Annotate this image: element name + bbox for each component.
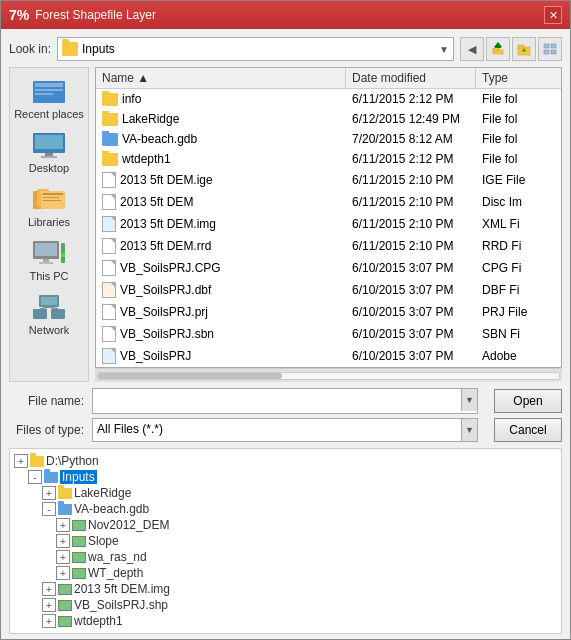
tree-raster-icon <box>72 568 86 579</box>
look-in-arrow-icon: ▼ <box>439 44 449 55</box>
table-row[interactable]: VB_SoilsPRJ.CPG 6/10/2015 3:07 PM CPG Fi <box>96 257 561 279</box>
tree-expand-icon[interactable]: + <box>56 566 70 580</box>
tree-item[interactable]: +wtdepth1 <box>42 613 557 629</box>
table-row[interactable]: VB_SoilsPRJ 6/10/2015 3:07 PM Adobe <box>96 345 561 367</box>
svg-marker-2 <box>494 42 502 48</box>
look-in-value: Inputs <box>82 42 435 56</box>
file-type-cell: Disc Im <box>476 194 561 210</box>
toolbar-buttons: ◀ + <box>460 37 562 61</box>
look-in-combo[interactable]: Inputs ▼ <box>57 37 454 61</box>
file-name-cell: VA-beach.gdb <box>96 131 346 147</box>
file-icon <box>102 260 116 276</box>
file-name-text: LakeRidge <box>122 112 179 126</box>
tree-item[interactable]: +wa_ras_nd <box>56 549 557 565</box>
up-button[interactable] <box>486 37 510 61</box>
tree-item[interactable]: +Nov2012_DEM <box>56 517 557 533</box>
tree-item[interactable]: +LakeRidge <box>42 485 557 501</box>
files-of-type-dropdown[interactable]: ▼ <box>461 419 477 441</box>
table-row[interactable]: LakeRidge 6/12/2015 12:49 PM File fol <box>96 109 561 129</box>
file-name-cell: VB_SoilsPRJ.dbf <box>96 281 346 299</box>
tree-item[interactable]: -VA-beach.gdb <box>42 501 557 517</box>
horizontal-scrollbar[interactable] <box>95 368 562 382</box>
table-row[interactable]: 2013 5ft DEM.rrd 6/11/2015 2:10 PM RRD F… <box>96 235 561 257</box>
cancel-button[interactable]: Cancel <box>494 418 562 442</box>
tree-expand-icon[interactable]: + <box>42 486 56 500</box>
sidebar-item-desktop-label: Desktop <box>29 162 69 174</box>
tree-item[interactable]: +VB_SoilsPRJ.shp <box>42 597 557 613</box>
tree-gdb-icon <box>58 504 72 515</box>
file-name-dropdown[interactable]: ▼ <box>461 389 477 411</box>
table-row[interactable]: VA-beach.gdb 7/20/2015 8:12 AM File fol <box>96 129 561 149</box>
this-pc-icon <box>31 238 67 268</box>
file-type-cell: DBF Fi <box>476 282 561 298</box>
app-icon: 7% <box>9 7 29 23</box>
tree-expand-icon[interactable]: + <box>56 550 70 564</box>
tree-item-label: Nov2012_DEM <box>88 518 169 532</box>
tree-item[interactable]: +2013 5ft DEM.img <box>42 581 557 597</box>
table-row[interactable]: wtdepth1 6/11/2015 2:12 PM File fol <box>96 149 561 169</box>
file-name-cell: VB_SoilsPRJ.CPG <box>96 259 346 277</box>
tree-expand-icon[interactable]: - <box>42 502 56 516</box>
table-row[interactable]: VB_SoilsPRJ.prj 6/10/2015 3:07 PM PRJ Fi… <box>96 301 561 323</box>
file-date-cell: 6/10/2015 3:07 PM <box>346 260 476 276</box>
file-date-cell: 6/11/2015 2:12 PM <box>346 91 476 107</box>
create-folder-button[interactable]: + <box>512 37 536 61</box>
file-name-text: VB_SoilsPRJ <box>120 349 191 363</box>
tree-item[interactable]: +WT_depth <box>56 565 557 581</box>
folder-icon <box>102 93 118 106</box>
tree-item[interactable]: +Slope <box>56 533 557 549</box>
tree-raster-icon <box>72 520 86 531</box>
tree-expand-icon[interactable]: - <box>28 470 42 484</box>
file-name-input-wrapper: ▼ <box>92 388 478 414</box>
tree-item[interactable]: -Inputs <box>28 469 557 485</box>
tree-raster-icon <box>58 584 72 595</box>
file-type-cell: RRD Fi <box>476 238 561 254</box>
table-row[interactable]: VB_SoilsPRJ.sbn 6/10/2015 3:07 PM SBN Fi <box>96 323 561 345</box>
views-button[interactable] <box>538 37 562 61</box>
open-button[interactable]: Open <box>494 389 562 413</box>
file-date-cell: 6/10/2015 3:07 PM <box>346 282 476 298</box>
file-name-input[interactable] <box>93 389 461 413</box>
file-name-cell: VB_SoilsPRJ.prj <box>96 303 346 321</box>
tree-folder-selected-icon <box>44 472 58 483</box>
file-name-cell: 2013 5ft DEM.img <box>96 215 346 233</box>
file-name-text: VA-beach.gdb <box>122 132 197 146</box>
tree-item[interactable]: +D:\Python <box>14 453 557 469</box>
col-date-header[interactable]: Date modified <box>346 68 476 88</box>
sidebar-item-libraries[interactable]: Libraries <box>10 180 88 232</box>
sidebar-item-recent-places[interactable]: Recent places <box>10 72 88 124</box>
file-icon <box>102 326 116 342</box>
file-list[interactable]: Name ▲ Date modified Type info 6/11/2015… <box>95 67 562 368</box>
tree-item-label: VA-beach.gdb <box>74 502 149 516</box>
sidebar-item-desktop[interactable]: Desktop <box>10 126 88 178</box>
tree-expand-icon[interactable]: + <box>56 518 70 532</box>
svg-rect-21 <box>43 193 63 195</box>
sidebar-item-network[interactable]: Network <box>10 288 88 340</box>
close-button[interactable]: ✕ <box>544 6 562 24</box>
table-row[interactable]: 2013 5ft DEM.img 6/11/2015 2:10 PM XML F… <box>96 213 561 235</box>
table-row[interactable]: 2013 5ft DEM.ige 6/11/2015 2:10 PM IGE F… <box>96 169 561 191</box>
col-type-header[interactable]: Type <box>476 68 561 88</box>
tree-item-label: Slope <box>88 534 119 548</box>
file-icon <box>102 304 116 320</box>
svg-rect-15 <box>35 135 63 149</box>
table-row[interactable]: info 6/11/2015 2:12 PM File fol <box>96 89 561 109</box>
file-name-text: VB_SoilsPRJ.dbf <box>120 283 211 297</box>
table-row[interactable]: VB_SoilsPRJ.dbf 6/10/2015 3:07 PM DBF Fi <box>96 279 561 301</box>
col-name-header[interactable]: Name ▲ <box>96 68 346 88</box>
file-rows: info 6/11/2015 2:12 PM File fol LakeRidg… <box>96 89 561 367</box>
file-name-text: 2013 5ft DEM <box>120 195 193 209</box>
back-button[interactable]: ◀ <box>460 37 484 61</box>
tree-expand-icon[interactable]: + <box>42 582 56 596</box>
tree-expand-icon[interactable]: + <box>42 598 56 612</box>
tree-expand-icon[interactable]: + <box>56 534 70 548</box>
tree-item-label: D:\Python <box>46 454 99 468</box>
table-row[interactable]: 2013 5ft DEM 6/11/2015 2:10 PM Disc Im <box>96 191 561 213</box>
tree-item-label: wtdepth1 <box>74 614 123 628</box>
file-date-cell: 6/12/2015 12:49 PM <box>346 111 476 127</box>
file-type-cell: IGE File <box>476 172 561 188</box>
tree-expand-icon[interactable]: + <box>14 454 28 468</box>
tree-expand-icon[interactable]: + <box>42 614 56 628</box>
file-name-cell: VB_SoilsPRJ.sbn <box>96 325 346 343</box>
sidebar-item-this-pc[interactable]: This PC <box>10 234 88 286</box>
